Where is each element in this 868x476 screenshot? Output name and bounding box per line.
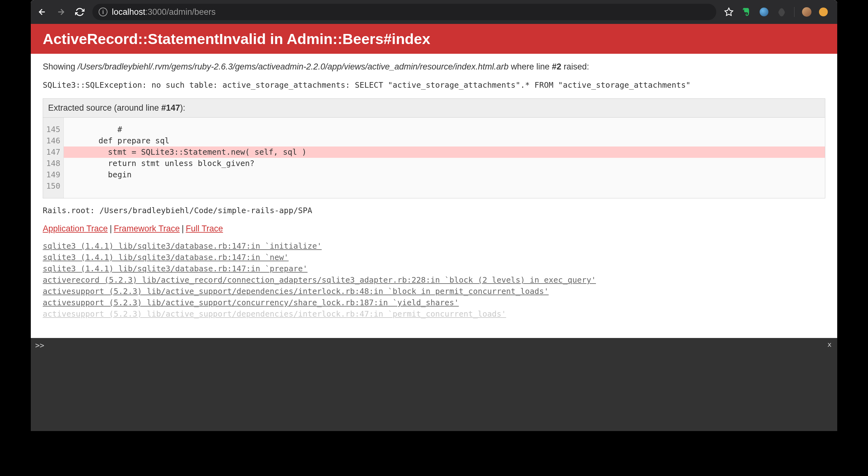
profile-avatar[interactable] [802, 7, 811, 17]
error-body: Showing /Users/bradleybiehl/.rvm/gems/ru… [31, 54, 837, 328]
showing-line: Showing /Users/bradleybiehl/.rvm/gems/ru… [43, 62, 825, 72]
forward-button[interactable] [56, 7, 66, 17]
svg-marker-0 [725, 8, 733, 16]
evernote-extension-icon[interactable] [741, 7, 751, 17]
trace-line[interactable]: activesupport (5.2.3) lib/active_support… [43, 286, 825, 297]
trace-line[interactable]: activesupport (5.2.3) lib/active_support… [43, 297, 825, 308]
error-title: ActiveRecord::StatementInvalid in Admin:… [31, 24, 837, 54]
rails-root: Rails.root: /Users/bradleybiehl/Code/sim… [43, 206, 825, 215]
browser-menu-icon[interactable] [819, 7, 828, 16]
extracted-source-box: Extracted source (around line #147): 145… [43, 98, 825, 198]
trace-tabs: Application Trace|Framework Trace|Full T… [43, 224, 825, 234]
trace-line[interactable]: sqlite3 (1.4.1) lib/sqlite3/database.rb:… [43, 240, 825, 252]
source-header: Extracted source (around line #147): [43, 99, 825, 118]
application-trace-link[interactable]: Application Trace [43, 224, 108, 233]
browser-toolbar: i localhost:3000/admin/beers [31, 0, 837, 24]
code-lines: # def prepare sql stmt = SQLite3::Statem… [64, 118, 825, 198]
console-prompt[interactable]: >> [31, 338, 837, 353]
url-text: localhost:3000/admin/beers [112, 7, 216, 17]
code-line: # [64, 124, 825, 135]
full-trace-link[interactable]: Full Trace [186, 224, 223, 233]
code-line: def prepare sql [64, 135, 825, 147]
extension-icon[interactable] [759, 7, 769, 17]
code-line: begin [64, 169, 825, 180]
address-bar[interactable]: i localhost:3000/admin/beers [92, 4, 716, 20]
trace-list: sqlite3 (1.4.1) lib/sqlite3/database.rb:… [43, 240, 825, 320]
toolbar-divider [794, 7, 795, 17]
console-close-button[interactable]: x [828, 340, 832, 348]
back-button[interactable] [37, 7, 47, 17]
code-line-highlighted: stmt = SQLite3::Statement.new( self, sql… [64, 147, 825, 158]
trace-line[interactable]: sqlite3 (1.4.1) lib/sqlite3/database.rb:… [43, 252, 825, 263]
extension-icon-2[interactable] [777, 7, 787, 17]
trace-line[interactable]: sqlite3 (1.4.1) lib/sqlite3/database.rb:… [43, 263, 825, 274]
trace-line[interactable]: activesupport (5.2.3) lib/active_support… [43, 308, 825, 320]
code-line: return stmt unless block_given? [64, 158, 825, 169]
exception-message: SQLite3::SQLException: no such table: ac… [43, 81, 825, 90]
site-info-icon[interactable]: i [99, 7, 107, 16]
reload-button[interactable] [75, 7, 85, 17]
framework-trace-link[interactable]: Framework Trace [114, 224, 180, 233]
source-code: 145 146 147 148 149 150 # def prepare sq… [43, 118, 825, 198]
bookmark-star-icon[interactable] [724, 7, 734, 17]
toolbar-right [724, 7, 831, 17]
nav-buttons [37, 7, 85, 17]
line-numbers: 145 146 147 148 149 150 [43, 118, 64, 198]
trace-line[interactable]: activerecord (5.2.3) lib/active_record/c… [43, 274, 825, 286]
web-console[interactable]: >> x [31, 338, 837, 431]
